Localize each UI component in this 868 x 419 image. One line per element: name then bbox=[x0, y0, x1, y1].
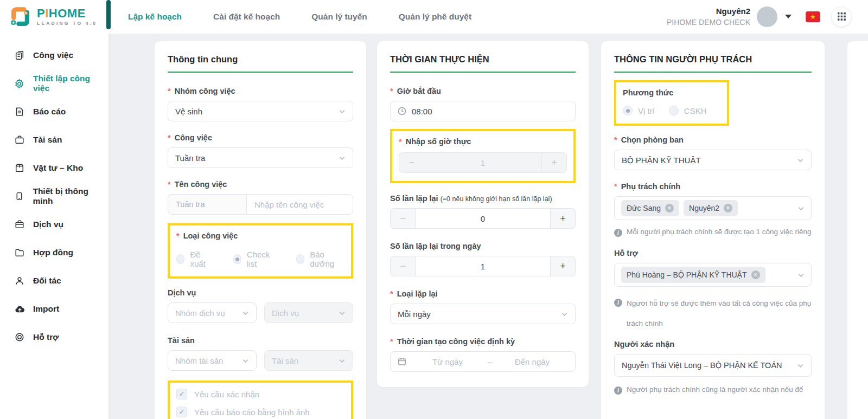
panel-title: Thông tin chung bbox=[168, 54, 353, 65]
radio-bao-duong[interactable]: Bảo dưỡng bbox=[296, 250, 344, 268]
radio-vi-tri[interactable]: Vị trí bbox=[623, 106, 655, 115]
stepper-value[interactable]: 1 bbox=[424, 152, 542, 173]
sidebar-item-label: Đối tác bbox=[33, 276, 61, 286]
radio-icon bbox=[233, 254, 241, 264]
top-nav: Lập kế hoạch Cài đặt kế hoạch Quản lý tu… bbox=[128, 12, 471, 22]
chevron-down-icon bbox=[561, 311, 568, 318]
increment-button[interactable] bbox=[542, 152, 567, 173]
sidebar-item-thiet-lap-cong-viec[interactable]: Thiết lập công việc bbox=[0, 69, 108, 98]
chevron-down-icon bbox=[242, 357, 249, 364]
work-group-select[interactable]: Vệ sinh bbox=[168, 101, 353, 121]
date-from-placeholder[interactable]: Từ ngày bbox=[412, 357, 483, 366]
sidebar-item-hop-dong[interactable]: Hợp đồng bbox=[0, 238, 108, 267]
work-group-value: Vệ sinh bbox=[175, 107, 339, 116]
nav-quan-ly-phe-duyet[interactable]: Quản lý phê duyệt bbox=[399, 12, 471, 22]
start-time-input[interactable]: 08:00 bbox=[390, 101, 576, 121]
increment-button[interactable] bbox=[551, 256, 576, 276]
box-icon bbox=[14, 163, 25, 173]
asset-group-select[interactable]: Nhóm tài sản bbox=[168, 350, 257, 371]
info-icon bbox=[614, 386, 622, 395]
sidebar-item-import[interactable]: Import bbox=[0, 295, 108, 323]
nav-cai-dat-ke-hoach[interactable]: Cài đặt kế hoạch bbox=[213, 12, 280, 22]
brand-logo[interactable]: PIHOME LEADING TO 4.0 bbox=[0, 5, 108, 29]
checkbox-icon bbox=[176, 407, 187, 417]
service-group-select[interactable]: Nhóm dịch vụ bbox=[168, 302, 257, 323]
apps-grid-button[interactable] bbox=[831, 7, 852, 27]
remove-tag-icon[interactable] bbox=[665, 204, 674, 212]
remove-tag-icon[interactable] bbox=[751, 270, 760, 279]
requirements-highlight: Yêu cầu xác nhận Yêu cầu báo cáo bằng hì… bbox=[168, 381, 353, 419]
checkbox-yeu-cau-bao-cao[interactable]: Yêu cầu báo cáo bằng hình ảnh bbox=[176, 407, 344, 417]
decrement-button[interactable] bbox=[390, 208, 415, 229]
stepper-value[interactable]: 1 bbox=[415, 256, 551, 276]
main-assignee-label: Phụ trách chính bbox=[614, 182, 812, 191]
sidebar-item-cong-viec[interactable]: Công việc bbox=[0, 41, 108, 69]
scrollbar-thumb[interactable] bbox=[106, 0, 111, 29]
confirmer-label: Người xác nhận bbox=[614, 340, 812, 349]
radio-check-list[interactable]: Check list bbox=[233, 250, 277, 268]
main-assignee-multiselect[interactable]: Đức Sang Nguyên2 bbox=[614, 196, 812, 220]
top-bar: PIHOME LEADING TO 4.0 Lập kế hoạch Cài đ… bbox=[0, 0, 868, 34]
pihome-logo-icon bbox=[9, 5, 33, 29]
note-text: Mỗi người phụ trách chính sẽ được tạo 1 … bbox=[627, 228, 811, 236]
tag-label: Nguyên2 bbox=[689, 204, 719, 212]
nav-quan-ly-tuyen[interactable]: Quản lý tuyến bbox=[311, 12, 367, 22]
sidebar-item-vat-tu-kho[interactable]: Vật tư – Kho bbox=[0, 154, 108, 182]
work-select[interactable]: Tuần tra bbox=[168, 147, 353, 168]
chevron-down-icon[interactable] bbox=[785, 15, 792, 18]
support-multiselect[interactable]: Phú Hoàng – BỘ PHẬN KỸ THUẬT bbox=[614, 263, 812, 287]
support-note: Người hỗ trợ sẽ được thêm vào tất cả côn… bbox=[614, 293, 812, 333]
radio-label: CSKH bbox=[684, 106, 707, 115]
service-icon bbox=[14, 219, 25, 230]
date-range-input[interactable]: Từ ngày – Đến ngày bbox=[390, 351, 576, 372]
panel-title: THÔNG TIN NGƯỜI PHỤ TRÁCH bbox=[614, 54, 812, 65]
assignee-panel: THÔNG TIN NGƯỜI PHỤ TRÁCH Phương thức Vị… bbox=[601, 41, 825, 419]
radio-de-xuat[interactable]: Đề xuất bbox=[176, 250, 214, 268]
asset-select[interactable]: Tài sản bbox=[264, 350, 353, 371]
remove-tag-icon[interactable] bbox=[724, 204, 732, 212]
execution-time-panel: THỜI GIAN THỰC HIỆN Giờ bắt đầu 08:00 Nh… bbox=[377, 41, 589, 387]
checkbox-yeu-cau-xac-nhan[interactable]: Yêu cầu xác nhận bbox=[176, 389, 344, 399]
stepper-value[interactable]: 0 bbox=[415, 208, 551, 229]
tag: Đức Sang bbox=[621, 200, 679, 216]
work-type-label: Loại công việc bbox=[176, 231, 344, 240]
work-name-prefix: Tuần tra bbox=[168, 194, 246, 215]
title-underline bbox=[390, 72, 576, 73]
repeat-type-select[interactable]: Mỗi ngày bbox=[390, 304, 576, 324]
department-select[interactable]: BỘ PHẬN KỸ THUẬT bbox=[614, 150, 812, 170]
sidebar-item-dich-vu[interactable]: Dịch vụ bbox=[0, 210, 108, 238]
radio-label: Vị trí bbox=[638, 106, 655, 115]
sidebar-item-tai-san[interactable]: Tài sản bbox=[0, 126, 108, 154]
note-text: Người phụ trách chính cũng là người xác … bbox=[627, 385, 803, 394]
user-info: Nguyên2 PIHOME DEMO CHECK bbox=[667, 6, 750, 27]
sidebar-item-doi-tac[interactable]: Đối tác bbox=[0, 267, 108, 295]
decrement-button[interactable] bbox=[390, 256, 415, 276]
service-select[interactable]: Dịch vụ bbox=[264, 302, 353, 323]
nav-lap-ke-hoach[interactable]: Lập kế hoạch bbox=[128, 12, 182, 22]
method-label: Phương thức bbox=[623, 88, 720, 97]
vietnam-flag-icon[interactable] bbox=[806, 11, 820, 22]
confirmer-select[interactable]: Nguyễn Thái Việt Long – BỘ PHẬN KẾ TOÁN bbox=[614, 354, 812, 377]
chevron-down-icon bbox=[339, 357, 346, 364]
calendar-icon bbox=[398, 357, 406, 366]
tag-label: Đức Sang bbox=[627, 204, 661, 212]
real-hours-highlight: Nhập số giờ thực 1 bbox=[390, 129, 576, 183]
work-name-input[interactable]: Nhập tên công việc bbox=[246, 194, 353, 215]
decrement-button[interactable] bbox=[399, 152, 424, 173]
sidebar-item-ho-tro[interactable]: Hỗ trợ bbox=[0, 323, 108, 351]
radio-cskh[interactable]: CSKH bbox=[669, 106, 707, 115]
date-to-placeholder[interactable]: Đến ngày bbox=[496, 357, 568, 366]
sidebar-item-label: Import bbox=[33, 304, 59, 314]
folder-icon bbox=[14, 247, 25, 258]
avatar[interactable] bbox=[757, 7, 777, 27]
date-range-separator: – bbox=[483, 357, 496, 366]
increment-button[interactable] bbox=[551, 208, 576, 229]
sidebar-item-label: Vật tư – Kho bbox=[33, 163, 83, 173]
brand-name: PIHOME bbox=[37, 8, 97, 20]
sidebar-item-thiet-bi-thong-minh[interactable]: Thiết bị thông minh bbox=[0, 182, 108, 210]
real-hours-label: Nhập số giờ thực bbox=[399, 137, 567, 146]
sidebar-item-bao-cao[interactable]: Báo cáo bbox=[0, 98, 108, 126]
chevron-down-icon bbox=[242, 310, 249, 317]
info-icon bbox=[614, 229, 622, 237]
radio-icon bbox=[623, 106, 633, 115]
